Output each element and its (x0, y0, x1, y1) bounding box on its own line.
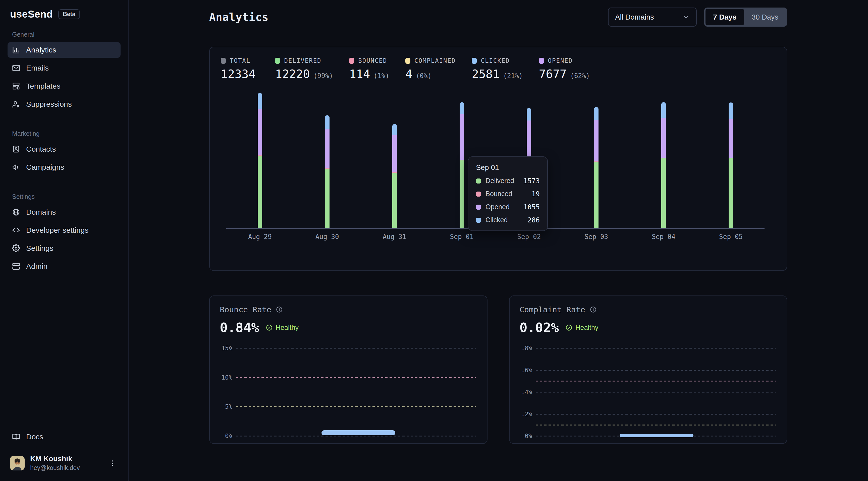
y-tick-label: 15% (220, 345, 232, 352)
sidebar-item-contacts[interactable]: Contacts (7, 141, 121, 157)
info-icon[interactable] (590, 306, 597, 313)
stat-value: 12220 (275, 67, 310, 81)
bar-segment-clicked (258, 93, 262, 109)
gridline-warning (536, 425, 776, 425)
tooltip-row: Bounced19 (476, 190, 540, 198)
stat-value: 2581 (472, 67, 500, 81)
gridline-danger (536, 381, 776, 382)
sidebar-item-analytics[interactable]: Analytics (7, 42, 121, 58)
chevron-down-icon (682, 13, 690, 21)
stat-bounced: BOUNCED 114(1%) (349, 57, 389, 81)
stat-dot (472, 58, 477, 64)
x-axis-label: Sep 01 (428, 233, 496, 241)
bar-segment-opened (728, 119, 733, 158)
mail-icon (12, 64, 20, 72)
stat-label-row: COMPLAINED (405, 57, 456, 64)
chart-tooltip: Sep 01 Delivered1573 Bounced19 Opened105… (468, 156, 548, 231)
bar-segment-opened (661, 118, 666, 158)
rate-data-band (620, 434, 693, 437)
tooltip-row: Clicked286 (476, 216, 540, 224)
bar-column-aug-31[interactable] (361, 93, 428, 228)
bar-segment-delivered (661, 158, 666, 228)
tooltip-swatch (476, 192, 481, 197)
range-option-7-days[interactable]: 7 Days (706, 9, 744, 25)
sidebar-item-emails[interactable]: Emails (7, 60, 121, 76)
bounce-rate-value-row: 0.84% Healthy (220, 320, 477, 335)
bar-segment-clicked (661, 102, 666, 118)
bounce-rate-title: Bounce Rate (220, 305, 271, 314)
sidebar-item-campaigns[interactable]: Campaigns (7, 159, 121, 175)
gridline-15% (236, 348, 476, 349)
bar-chart-x-labels: Aug 29Aug 30Aug 31Sep 01Sep 02Sep 03Sep … (226, 233, 765, 241)
x-axis-label: Aug 30 (293, 233, 361, 241)
y-tick-label: .2% (520, 411, 532, 418)
x-axis-label: Sep 03 (563, 233, 630, 241)
y-tick-label: 5% (220, 403, 232, 410)
bar-column-sep-05[interactable] (697, 93, 765, 228)
tooltip-row: Delivered1573 (476, 177, 540, 185)
y-tick-label: .6% (520, 367, 532, 374)
sidebar-item-suppressions[interactable]: Suppressions (7, 96, 121, 112)
sidebar-item-label: Emails (26, 64, 49, 72)
nav-section-general: General Analytics Emails Templates Suppr… (7, 31, 121, 115)
user-x-icon (12, 100, 20, 108)
y-tick-label: 0% (520, 432, 532, 440)
bar-chart-icon (12, 46, 20, 54)
beta-badge: Beta (58, 9, 80, 19)
health-badge: Healthy (565, 324, 598, 332)
bar-segment-delivered (460, 160, 464, 228)
y-tick-label: 0% (220, 432, 232, 440)
sidebar-spacer (7, 277, 121, 429)
check-circle-icon (266, 324, 273, 331)
stat-value: 114 (349, 67, 370, 81)
sidebar-item-admin[interactable]: Admin (7, 259, 121, 274)
stat-opened: OPENED 7677(62%) (539, 57, 590, 81)
contact-book-icon (12, 145, 20, 153)
stat-label-row: CLICKED (472, 57, 523, 64)
sidebar-item-label: Contacts (26, 145, 56, 153)
stat-label-row: TOTAL (221, 57, 259, 64)
bounce-rate-value: 0.84% (220, 320, 259, 335)
nav-section-marketing: Marketing Contacts Campaigns (7, 130, 121, 178)
health-label: Healthy (576, 324, 598, 332)
complaint-grid: .8%.6%.4%.2%0% (520, 348, 777, 436)
avatar (10, 456, 25, 471)
gridline-5% (236, 407, 476, 407)
bar-column-sep-03[interactable] (563, 93, 630, 228)
stat-dot (539, 58, 544, 64)
user-menu[interactable]: KM Koushik hey@koushik.dev (7, 455, 121, 472)
complaint-rate-title: Complaint Rate (520, 305, 585, 314)
gridline-.2% (536, 414, 776, 414)
stat-pct: (62%) (570, 72, 590, 79)
sidebar-item-developer-settings[interactable]: Developer settings (7, 222, 121, 238)
stat-pct: (0%) (416, 72, 432, 79)
date-range-toggle: 7 Days 30 Days (704, 7, 787, 27)
kebab-menu-icon[interactable] (106, 457, 118, 469)
bounce-grid: 15%10%5%0% (220, 348, 477, 436)
stats-row: TOTAL 12334 DELIVERED 12220(99%) BOUNCED… (221, 57, 776, 81)
sidebar-item-label: Docs (26, 432, 43, 441)
sidebar-item-templates[interactable]: Templates (7, 78, 121, 94)
rate-cards-row: Bounce Rate 0.84% Healthy 15%10%5%0% Com… (209, 295, 787, 444)
gridline-0% (236, 436, 476, 437)
domain-filter-value: All Domains (615, 13, 654, 21)
gridline-10% (236, 377, 476, 378)
domain-filter-select[interactable]: All Domains (608, 7, 697, 27)
bar-column-aug-29[interactable] (226, 93, 293, 228)
bar-column-sep-04[interactable] (630, 93, 697, 228)
sidebar-item-domains[interactable]: Domains (7, 204, 121, 220)
sidebar-item-settings[interactable]: Settings (7, 241, 121, 256)
sidebar-item-docs[interactable]: Docs (7, 429, 121, 445)
info-icon[interactable] (276, 306, 283, 313)
stat-value: 4 (405, 67, 412, 81)
check-circle-icon (565, 324, 572, 331)
megaphone-icon (12, 163, 20, 171)
bar-column-aug-30[interactable] (293, 93, 361, 228)
stat-dot (221, 58, 226, 64)
section-label: Marketing (7, 130, 121, 137)
stat-value: 12334 (221, 67, 255, 81)
bar-segment-delivered (258, 156, 262, 228)
user-name: KM Koushik (30, 455, 80, 463)
header-controls: All Domains 7 Days 30 Days (608, 7, 787, 27)
range-option-30-days[interactable]: 30 Days (744, 9, 786, 25)
